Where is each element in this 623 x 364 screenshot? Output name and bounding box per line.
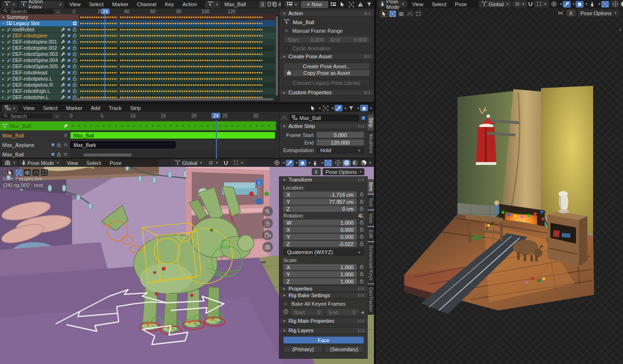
unlink-action-icon[interactable]: × — [278, 1, 281, 8]
expander-icon[interactable]: ▾ — [1, 15, 5, 19]
bake-all-keyed-frames-row[interactable]: Bake All Keyed Frames — [283, 301, 364, 307]
channel-row-def-robotspine[interactable]: ▸DEF-robotspine✓ — [0, 33, 78, 39]
lock-icon[interactable] — [360, 264, 364, 270]
channel-row-def-robotthigh-l[interactable]: ▸DEF-robotthigh.L✓ — [0, 88, 78, 94]
tab-geotracker[interactable]: GeoTracker — [368, 284, 374, 315]
nla-track-header[interactable]: Max_Airplane✓☆ — [0, 140, 70, 149]
snap-magnet-icon[interactable] — [528, 1, 533, 8]
scale-y-field[interactable]: Y1.000 — [283, 271, 357, 277]
nla-track-lane[interactable]: Max_Bark — [70, 140, 276, 149]
camera-view-icon[interactable] — [262, 230, 273, 240]
channel-enable-checkbox[interactable]: ✓ — [67, 34, 71, 38]
snap-icon[interactable] — [563, 1, 571, 8]
channel-row-def-robotpelvis-l[interactable]: ▸DEF-robotpelvis.L✓ — [0, 76, 78, 82]
transform-orientation-dropdown[interactable]: Global▾ — [479, 0, 511, 8]
modifier-wrench-icon[interactable] — [61, 64, 65, 69]
lock-icon[interactable] — [73, 58, 77, 63]
pin-icon[interactable] — [7, 77, 11, 81]
menu-item-marker[interactable]: Marker — [62, 105, 86, 111]
lock-icon[interactable] — [73, 82, 77, 87]
mode-dropdown[interactable]: Pose Mode▾ — [19, 159, 62, 166]
nla-strip-max_bark[interactable]: Max_Bark — [70, 141, 176, 148]
select-circle-tool-button[interactable] — [398, 10, 405, 17]
snap-icon[interactable] — [286, 160, 294, 166]
dopesheet-hscrollbar[interactable] — [72, 98, 273, 100]
location-z-field[interactable]: Z0 cm — [283, 206, 357, 212]
rotation-y-field[interactable]: Y0.000 — [283, 234, 357, 240]
location-x-field[interactable]: X-1.716 cm — [283, 191, 357, 198]
panel-grip-icon[interactable] — [364, 55, 371, 58]
snapping-dropdown[interactable]: ▾ — [534, 0, 549, 8]
strip-frame-end-field[interactable]: 120.000 — [316, 139, 364, 146]
panel-grip-icon[interactable] — [358, 178, 365, 182]
proportional-editing-dropdown[interactable] — [550, 1, 558, 8]
slot-link-icon[interactable] — [73, 21, 77, 26]
pin-icon[interactable] — [7, 34, 11, 38]
panel-grip-icon[interactable] — [358, 294, 365, 297]
expander-icon[interactable]: ▸ — [1, 58, 5, 63]
modifier-wrench-icon[interactable] — [61, 95, 65, 100]
pose-options-dropdown[interactable]: Pose Options▾ — [323, 168, 364, 175]
keyframe-row[interactable] — [78, 14, 275, 20]
tab-screencast-keys[interactable]: Screencast Keys — [368, 242, 374, 283]
nla-strip-name-field[interactable]: Max_Ball — [289, 114, 359, 121]
track-mute-checkbox[interactable]: ✓ — [51, 143, 55, 147]
channel-enable-checkbox[interactable]: ✓ — [67, 71, 71, 75]
frame-start-field[interactable]: Start0.000 — [284, 36, 327, 43]
frame-range-toggle-icon[interactable]: ↔ — [54, 9, 62, 14]
bake-all-keyed-frames-checkbox[interactable] — [283, 301, 288, 306]
modifier-wrench-icon[interactable] — [61, 39, 65, 44]
keyframe-row[interactable] — [78, 27, 275, 33]
lock-icon[interactable] — [57, 143, 61, 147]
transform-panel-header[interactable]: ▾Transform — [279, 176, 368, 183]
channel-row-rootrobot[interactable]: ▸rootRobot✓ — [0, 27, 78, 33]
expander-icon[interactable]: ▸ — [1, 77, 5, 81]
expander-icon[interactable]: ▸ — [1, 34, 5, 38]
new-action-button[interactable]: +New — [301, 1, 328, 8]
keyframe-row[interactable] — [78, 33, 275, 39]
action-editor-mode-dropdown[interactable]: Action Editor▾ — [19, 1, 64, 8]
channel-row-legacy-slot[interactable]: ▾Legacy Slot — [0, 20, 78, 27]
dopesheet-timeline-ruler[interactable]: 02040608010012024 — [62, 9, 279, 14]
shading-solid-icon[interactable] — [620, 1, 623, 8]
sidebar-toggle-arrow[interactable]: ‹ — [619, 27, 621, 33]
cursor-tool-button[interactable] — [41, 169, 48, 176]
lock-icon[interactable] — [360, 227, 364, 233]
rotation-z-field[interactable]: Z-0.022 — [283, 241, 357, 247]
action-panel-header[interactable]: ▾Action — [279, 10, 374, 17]
modifier-wrench-icon[interactable] — [61, 76, 65, 81]
expander-icon[interactable]: ▸ — [1, 89, 5, 93]
pin-icon[interactable] — [7, 58, 11, 63]
overlays-toggle-icon[interactable] — [324, 160, 332, 166]
fake-user-shield-icon[interactable] — [267, 1, 271, 8]
menu-item-marker[interactable]: Marker — [108, 1, 132, 7]
rig-layer-face-button[interactable]: Face — [283, 337, 364, 344]
menu-item-channel[interactable]: Channel — [132, 1, 160, 7]
gizmo-sphere-icon[interactable] — [298, 160, 307, 166]
overlays-toggle-icon[interactable] — [601, 1, 609, 8]
keyframe-row[interactable] — [78, 76, 275, 82]
keyframe-row[interactable] — [78, 45, 275, 51]
extrapolation-dropdown[interactable]: Hold▾ — [316, 147, 364, 154]
frame-end-field[interactable]: End0.000 — [327, 36, 370, 43]
panel-grip-icon[interactable] — [358, 319, 365, 323]
tab-item[interactable]: Item — [368, 179, 374, 194]
lock-icon[interactable] — [360, 241, 364, 247]
shading-material-icon[interactable] — [351, 160, 359, 166]
warning-icon[interactable] — [356, 1, 364, 8]
expander-icon[interactable]: ▸ — [1, 95, 5, 100]
pivot-point-dropdown[interactable]: ⊙▾ — [512, 0, 527, 8]
cursor-tool-button[interactable] — [415, 10, 422, 17]
shading-rendered-icon[interactable] — [360, 160, 368, 166]
channel-row-def-robotspine-005[interactable]: ▸DEF-robotSpine.005✓ — [0, 64, 78, 70]
bake-start-field[interactable]: Start0 — [290, 309, 324, 315]
select-box-tool-button[interactable] — [15, 169, 22, 176]
rig-layers-panel-header[interactable]: ▾Rig Layers — [279, 327, 368, 334]
panel-grip-icon[interactable] — [358, 287, 365, 291]
select-lasso-tool-button[interactable] — [32, 169, 39, 176]
menu-item-select[interactable]: Select — [82, 160, 105, 166]
menu-item-key[interactable]: Key — [160, 1, 178, 7]
menu-item-select[interactable]: Select — [39, 105, 62, 111]
lock-icon[interactable] — [360, 220, 364, 226]
overlap-mode-icon[interactable] — [360, 105, 368, 111]
